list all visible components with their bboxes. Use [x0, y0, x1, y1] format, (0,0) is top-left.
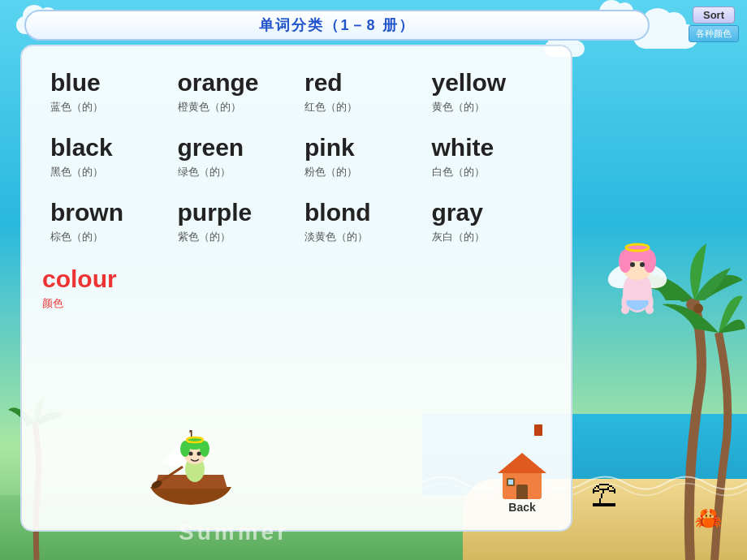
svg-point-9	[630, 262, 635, 267]
vocab-item[interactable]: gray灰白（的）	[424, 192, 551, 257]
word-chinese: 淡黄色（的）	[304, 230, 416, 244]
word-chinese: 红色（的）	[304, 100, 416, 114]
word-chinese: 橙黄色（的）	[178, 100, 289, 114]
word-english: yellow	[432, 69, 543, 97]
vocab-item[interactable]: white白色（的）	[424, 127, 551, 192]
sort-sublabel[interactable]: 各种颜色	[689, 25, 739, 42]
back-button[interactable]: Back	[498, 453, 546, 514]
page-title: 单词分类（1－8 册）	[259, 17, 414, 33]
title-bar: 单词分类（1－8 册）	[24, 10, 650, 41]
house-window	[507, 478, 515, 486]
svg-point-18	[180, 441, 190, 457]
word-chinese: 白色（的）	[432, 165, 543, 179]
svg-point-7	[619, 250, 632, 273]
vocab-item[interactable]: blue蓝色（的）	[42, 62, 170, 127]
word-english: white	[432, 134, 543, 162]
word-english: gray	[432, 199, 543, 226]
word-chinese: 黑色（的）	[50, 165, 162, 179]
sort-area: Sort 各种颜色	[689, 6, 739, 42]
crab-icon: 🦀	[694, 505, 723, 532]
svg-point-21	[197, 452, 201, 456]
house-icon	[498, 453, 546, 499]
svg-point-13	[646, 306, 654, 314]
word-chinese: 黄色（的）	[432, 100, 543, 114]
house-body	[503, 473, 542, 499]
house-door	[516, 485, 528, 499]
word-chinese: 棕色（的）	[50, 230, 162, 244]
vocab-item[interactable]: brown棕色（的）	[42, 192, 170, 257]
word-chinese: 绿色（的）	[178, 165, 289, 179]
word-english: pink	[304, 134, 416, 162]
special-word-section: colour 颜色	[42, 265, 551, 311]
vocab-item[interactable]: orange橙黄色（的）	[170, 62, 297, 127]
word-english: green	[178, 134, 289, 162]
boat-character	[142, 414, 240, 519]
svg-point-20	[189, 452, 193, 456]
svg-point-12	[621, 306, 629, 314]
word-english: black	[50, 134, 162, 162]
summer-text: Summer	[179, 519, 289, 545]
word-english: red	[304, 69, 416, 97]
special-word-zh: 颜色	[42, 296, 551, 311]
vocab-item[interactable]: yellow黄色（的）	[424, 62, 551, 127]
main-card: blue蓝色（的）orange橙黄色（的）red红色（的）yellow黄色（的）…	[20, 45, 572, 532]
word-chinese: 粉色（的）	[304, 165, 416, 179]
svg-point-1	[693, 304, 703, 313]
sort-button[interactable]: Sort	[693, 6, 735, 24]
word-chinese: 灰白（的）	[432, 230, 543, 244]
vocab-item[interactable]: red红色（的）	[296, 62, 424, 127]
vocab-grid: blue蓝色（的）orange橙黄色（的）red红色（的）yellow黄色（的）…	[42, 62, 551, 257]
word-english: purple	[178, 199, 289, 226]
beach-umbrella: ⛱	[591, 481, 617, 511]
word-chinese: 蓝色（的）	[50, 100, 162, 114]
word-chinese: 紫色（的）	[178, 230, 289, 244]
special-word-en[interactable]: colour	[42, 265, 551, 293]
vocab-item[interactable]: purple紫色（的）	[170, 192, 297, 257]
vocab-item[interactable]: blond淡黄色（的）	[296, 192, 424, 257]
vocab-item[interactable]: pink粉色（的）	[296, 127, 424, 192]
house-chimney	[534, 424, 542, 436]
vocab-item[interactable]: green绿色（的）	[170, 127, 297, 192]
svg-point-8	[643, 250, 656, 273]
svg-point-10	[640, 262, 645, 267]
vocab-item[interactable]: black黑色（的）	[42, 127, 170, 192]
word-english: brown	[50, 199, 162, 226]
back-label: Back	[508, 501, 535, 514]
summer-label: Summer	[179, 519, 289, 545]
word-english: blond	[304, 199, 416, 226]
angel-character	[601, 227, 674, 333]
word-english: blue	[50, 69, 162, 97]
word-english: orange	[178, 69, 289, 97]
svg-point-19	[200, 441, 209, 457]
house-roof	[498, 453, 546, 473]
